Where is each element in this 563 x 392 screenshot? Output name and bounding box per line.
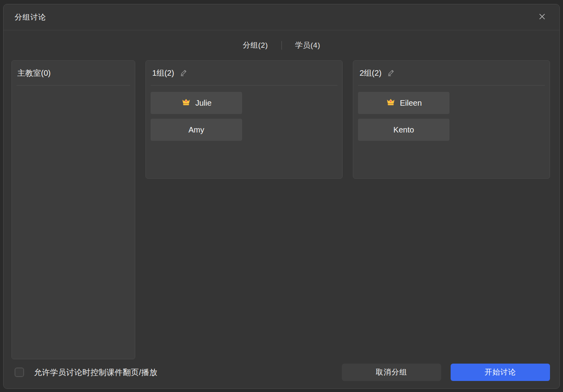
member-name: Kento xyxy=(393,125,414,134)
cancel-grouping-button[interactable]: 取消分组 xyxy=(342,364,441,381)
dialog-content: 主教室(0) 1组(2) xyxy=(4,60,559,359)
group-panel-1: 1组(2) xyxy=(145,60,343,179)
breakout-dialog: 分组讨论 分组(2) 学员(4) 主教室(0) 1组(2) xyxy=(3,4,560,389)
dialog-footer: 允许学员讨论时控制课件翻页/播放 取消分组 开始讨论 xyxy=(4,359,559,389)
dialog-titlebar: 分组讨论 xyxy=(4,4,559,30)
group-members: Eileen Kento xyxy=(353,86,550,147)
footer-buttons: 取消分组 开始讨论 xyxy=(342,364,550,381)
courseware-control-checkbox[interactable] xyxy=(15,368,24,377)
member-name: Eileen xyxy=(400,99,422,108)
main-room-panel: 主教室(0) xyxy=(11,60,135,359)
group-name: 1组(2) xyxy=(152,68,174,78)
member-name: Julie xyxy=(195,99,211,108)
member-tile[interactable]: Amy xyxy=(151,119,242,141)
main-room-title: 主教室(0) xyxy=(12,61,135,85)
edit-group-name-button[interactable] xyxy=(179,68,188,78)
tab-divider xyxy=(282,41,282,50)
member-tile[interactable]: Eileen xyxy=(358,92,449,114)
group-header: 1组(2) xyxy=(146,61,342,85)
edit-group-name-button[interactable] xyxy=(386,68,396,78)
member-tile[interactable]: Julie xyxy=(151,92,242,114)
pencil-icon xyxy=(387,68,395,78)
dialog-title: 分组讨论 xyxy=(15,12,46,22)
member-tile[interactable]: Kento xyxy=(358,119,449,141)
checkbox-label: 允许学员讨论时控制课件翻页/播放 xyxy=(34,367,158,378)
close-icon xyxy=(539,13,546,21)
tab-groups[interactable]: 分组(2) xyxy=(243,40,268,50)
member-name: Amy xyxy=(188,125,204,134)
panel-divider xyxy=(17,85,130,86)
pencil-icon xyxy=(179,68,188,78)
group-header: 2组(2) xyxy=(353,61,550,85)
crown-icon xyxy=(386,97,396,108)
close-button[interactable] xyxy=(536,11,548,24)
group-panel-2: 2组(2) xyxy=(353,60,550,179)
crown-icon xyxy=(181,97,191,108)
group-name: 2组(2) xyxy=(360,68,382,78)
tabs-row: 分组(2) 学员(4) xyxy=(4,30,559,60)
group-members: Julie Amy xyxy=(146,86,342,147)
tab-students[interactable]: 学员(4) xyxy=(295,40,321,50)
start-discussion-button[interactable]: 开始讨论 xyxy=(451,364,550,381)
courseware-control-option: 允许学员讨论时控制课件翻页/播放 xyxy=(15,367,158,378)
